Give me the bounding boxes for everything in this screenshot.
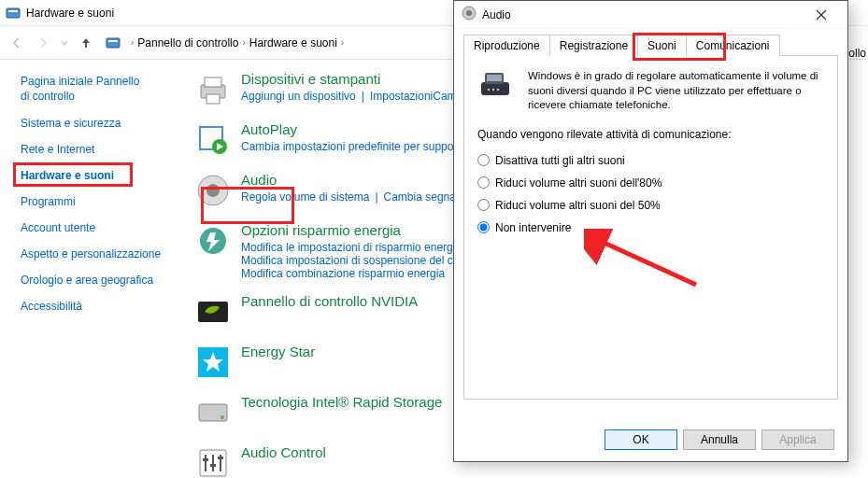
sliders-icon xyxy=(194,444,232,478)
svg-rect-25 xyxy=(481,82,509,95)
svg-rect-22 xyxy=(218,457,223,459)
communications-question: Quando vengono rilevate attività di comu… xyxy=(477,128,824,141)
speaker-icon xyxy=(194,172,232,209)
svg-point-24 xyxy=(466,10,472,16)
dialog-buttons: OK Annulla Applica xyxy=(605,429,834,450)
tab-strip: Riproduzione Registrazione Suoni Comunic… xyxy=(463,35,838,56)
radio-do-nothing[interactable]: Non intervenire xyxy=(477,221,824,234)
nvidia-icon xyxy=(194,293,232,330)
breadcrumb-item[interactable]: Pannello di controllo xyxy=(135,36,240,49)
svg-point-30 xyxy=(497,89,499,91)
back-button[interactable] xyxy=(6,32,28,54)
svg-rect-0 xyxy=(7,8,20,18)
close-button[interactable] xyxy=(803,2,840,28)
link-sleep-settings[interactable]: Modifica impostazioni di sospensione del… xyxy=(241,254,453,267)
sidebar-item-clock[interactable]: Orologio e area geografica xyxy=(21,274,183,287)
printer-icon xyxy=(194,71,232,108)
sidebar-item-network[interactable]: Rete e Internet xyxy=(21,143,183,156)
up-button[interactable] xyxy=(75,32,97,54)
communications-description: Windows è in grado di regolare automatic… xyxy=(528,69,824,113)
breadcrumb-icon xyxy=(105,35,121,51)
chevron-right-icon[interactable]: › xyxy=(339,37,346,48)
svg-rect-1 xyxy=(8,10,18,12)
svg-point-15 xyxy=(221,415,224,419)
power-icon xyxy=(194,222,232,260)
sidebar-item-appearance[interactable]: Aspetto e personalizzazione xyxy=(21,247,183,260)
svg-point-28 xyxy=(488,89,490,91)
window-icon xyxy=(6,6,21,21)
radio-reduce-50[interactable]: Riduci volume altri suoni del 50% xyxy=(477,199,824,212)
link-sounds[interactable]: Cambia segna xyxy=(384,190,456,204)
drive-icon xyxy=(194,394,232,431)
svg-rect-5 xyxy=(205,77,221,87)
autoplay-icon xyxy=(194,121,232,159)
sidebar-item-system[interactable]: Sistema e sicurezza xyxy=(21,117,183,130)
phone-icon xyxy=(477,69,517,99)
link-power-settings[interactable]: Modifica le impostazioni di risparmio en… xyxy=(241,241,453,254)
sidebar-item-home[interactable]: Pagina iniziale Pannello di controllo xyxy=(21,75,151,104)
audio-icon xyxy=(462,6,477,23)
sidebar-item-hardware[interactable]: Hardware e suoni xyxy=(21,169,183,182)
chevron-right-icon[interactable]: › xyxy=(240,37,247,48)
audio-dialog: Audio Riproduzione Registrazione Suoni C… xyxy=(453,0,848,462)
energystar-icon xyxy=(194,344,232,381)
ok-button[interactable]: OK xyxy=(605,429,677,450)
window-title: Hardware e suoni xyxy=(26,7,114,20)
link-settings[interactable]: Impostazioni xyxy=(370,90,433,103)
svg-rect-2 xyxy=(107,38,120,48)
recent-dropdown[interactable] xyxy=(58,32,71,54)
breadcrumb-item[interactable]: Hardware e suoni xyxy=(248,36,339,49)
svg-rect-21 xyxy=(210,464,216,467)
sidebar-item-accessibility[interactable]: Accessibilità xyxy=(21,300,183,313)
dialog-title: Audio xyxy=(482,8,511,21)
dialog-titlebar: Audio xyxy=(454,1,847,29)
breadcrumb: › Pannello di controllo › Hardware e suo… xyxy=(129,36,346,49)
link-autoplay-defaults[interactable]: Cambia impostazioni predefinite per supp… xyxy=(241,140,453,153)
radio-group-comm-action: Disattiva tutti gli altri suoni Riduci v… xyxy=(477,154,824,234)
apply-button[interactable]: Applica xyxy=(761,429,834,450)
svg-rect-3 xyxy=(108,40,118,42)
svg-rect-6 xyxy=(206,94,220,104)
tab-panel-comunicazioni: Windows è in grado di regolare automatic… xyxy=(463,56,838,400)
svg-rect-20 xyxy=(203,458,208,461)
radio-mute-all[interactable]: Disattiva tutti gli altri suoni xyxy=(477,154,824,167)
cancel-button[interactable]: Annulla xyxy=(683,429,756,450)
svg-point-29 xyxy=(492,89,494,91)
link-add-device[interactable]: Aggiungi un dispositivo xyxy=(241,90,356,103)
tab-riproduzione[interactable]: Riproduzione xyxy=(463,35,550,56)
sidebar: Pagina iniziale Pannello di controllo Si… xyxy=(0,60,187,478)
tab-comunicazioni[interactable]: Comunicazioni xyxy=(687,35,780,56)
link-volume[interactable]: Regola volume di sistema xyxy=(241,190,369,204)
chevron-right-icon[interactable]: › xyxy=(129,37,135,48)
tab-registrazione[interactable]: Registrazione xyxy=(550,35,638,56)
tab-suoni[interactable]: Suoni xyxy=(638,35,687,56)
sidebar-item-accounts[interactable]: Account utente xyxy=(21,221,183,234)
svg-point-10 xyxy=(206,184,220,197)
link-power-plan[interactable]: Modifica combinazione risparmio energia xyxy=(241,267,445,280)
sidebar-item-programs[interactable]: Programmi xyxy=(21,195,183,208)
svg-rect-27 xyxy=(487,75,502,81)
forward-button[interactable] xyxy=(32,32,54,54)
radio-reduce-80[interactable]: Riduci volume altri suoni dell'80% xyxy=(477,176,824,190)
